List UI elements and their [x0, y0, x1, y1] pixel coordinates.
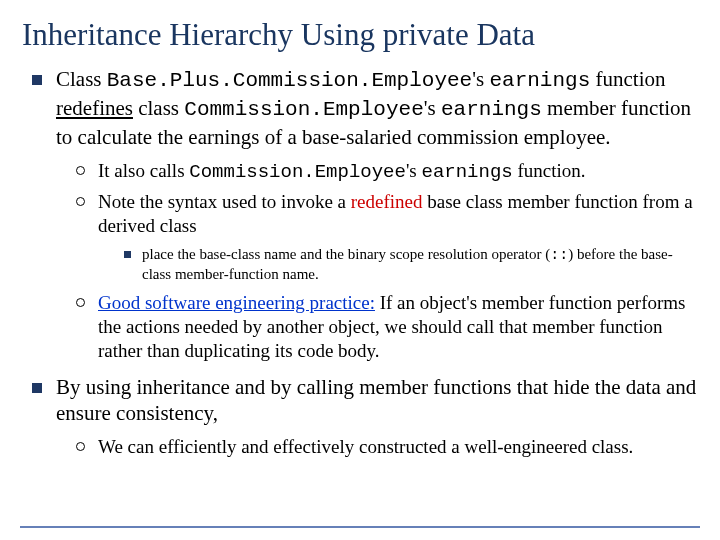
bullet-2: By using inheritance and by calling memb… — [28, 374, 698, 460]
text: By using inheritance and by calling memb… — [56, 375, 696, 426]
slide-title: Inheritance Hierarchy Using private Data — [22, 18, 698, 52]
good-practice-label: Good software engineering practice: — [98, 292, 375, 313]
bullet-2-1: We can efficiently and effectively const… — [72, 435, 698, 459]
bullet-list-level2: We can efficiently and effectively const… — [56, 435, 698, 459]
bullet-1-3: Good software engineering practice: If a… — [72, 291, 698, 364]
text: We can efficiently and effectively const… — [98, 436, 633, 457]
code: Base.Plus.Commission.Employee — [107, 69, 472, 92]
code: Commission.Employee — [184, 98, 423, 121]
bullet-list-level3: place the base-class name and the binary… — [98, 245, 698, 285]
text: function — [590, 67, 665, 91]
slide: Inheritance Hierarchy Using private Data… — [0, 0, 720, 540]
text: class — [133, 96, 184, 120]
code: earnings — [441, 98, 542, 121]
underlined-text: redefines — [56, 96, 133, 120]
text: It also calls — [98, 160, 189, 181]
code: :: — [550, 247, 568, 264]
text: 's — [424, 96, 441, 120]
code: earnings — [422, 161, 513, 183]
text: Note the syntax used to invoke a — [98, 191, 351, 212]
red-text: redefined — [351, 191, 423, 212]
footer-divider — [20, 526, 700, 528]
bullet-1-2-1: place the base-class name and the binary… — [120, 245, 698, 285]
code: Commission.Employee — [189, 161, 406, 183]
bullet-1-1: It also calls Commission.Employee's earn… — [72, 159, 698, 184]
text: 's — [406, 160, 422, 181]
text: function. — [513, 160, 586, 181]
text: 's — [472, 67, 489, 91]
bullet-1-2: Note the syntax used to invoke a redefin… — [72, 190, 698, 285]
code: earnings — [489, 69, 590, 92]
bullet-list-level2: It also calls Commission.Employee's earn… — [56, 159, 698, 364]
text: place the base-class name and the binary… — [142, 246, 550, 262]
bullet-1: Class Base.Plus.Commission.Employee's ea… — [28, 66, 698, 364]
text: Class — [56, 67, 107, 91]
bullet-list-level1: Class Base.Plus.Commission.Employee's ea… — [22, 66, 698, 460]
